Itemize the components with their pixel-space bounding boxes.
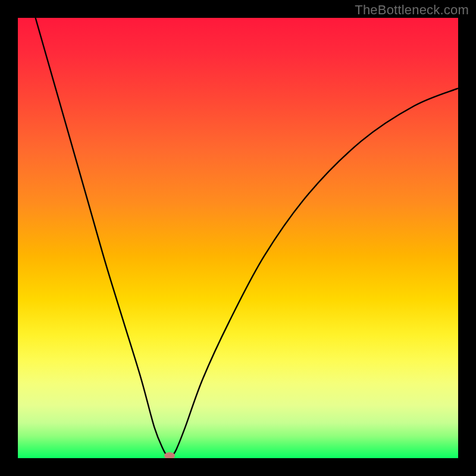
optimum-marker bbox=[164, 452, 175, 458]
curve-path bbox=[36, 18, 458, 457]
bottleneck-curve bbox=[18, 18, 458, 458]
plot-area bbox=[18, 18, 458, 458]
watermark-text: TheBottleneck.com bbox=[355, 2, 469, 18]
